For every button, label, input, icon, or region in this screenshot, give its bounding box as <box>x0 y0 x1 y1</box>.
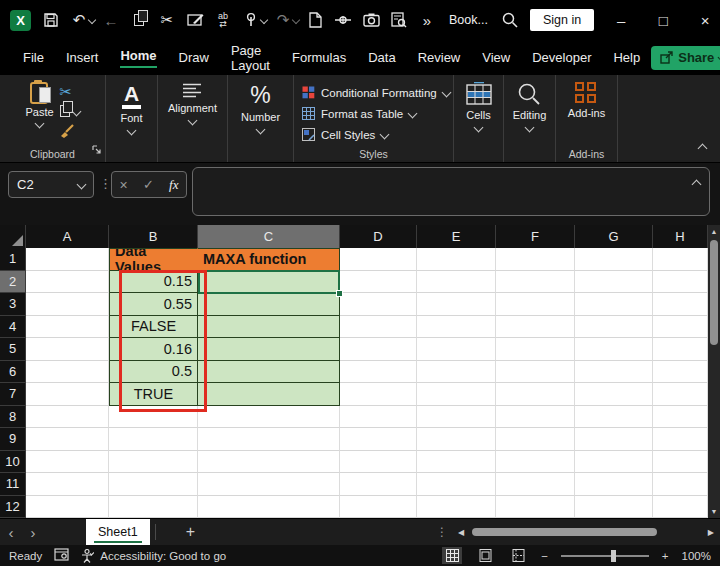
zoom-slider[interactable] <box>561 555 649 557</box>
cell-G3[interactable] <box>575 293 653 316</box>
row-header-2[interactable]: 2 <box>0 271 26 294</box>
cell-D12[interactable] <box>340 496 417 519</box>
addins-button[interactable]: Add-ins <box>568 82 605 119</box>
horizontal-scrollbar-track[interactable] <box>468 527 704 537</box>
cell-E9[interactable] <box>417 428 496 451</box>
cell-D8[interactable] <box>340 406 417 429</box>
row-header-8[interactable]: 8 <box>0 406 26 429</box>
cell-B9[interactable] <box>109 428 198 451</box>
cell-B6[interactable]: 0.5 <box>109 361 198 384</box>
sheet-tab-sheet1[interactable]: Sheet1 <box>86 519 150 545</box>
accessibility-status[interactable]: Accessibility: Good to go <box>81 549 226 563</box>
copy-button[interactable] <box>125 7 153 33</box>
name-box[interactable]: C2 <box>8 171 94 198</box>
paste-button[interactable]: Paste <box>25 82 53 138</box>
cell-E5[interactable] <box>417 338 496 361</box>
cell-A7[interactable] <box>26 383 109 406</box>
cell-B2[interactable]: 0.15 <box>109 271 198 294</box>
cell-B12[interactable] <box>109 496 198 519</box>
lookup-sheet-button[interactable] <box>385 7 413 33</box>
save-button[interactable] <box>37 7 65 33</box>
editing-button[interactable]: Editing <box>513 82 547 131</box>
tab-home[interactable]: Home <box>109 40 167 75</box>
zoom-level[interactable]: 100% <box>682 550 711 562</box>
cell-C10[interactable] <box>198 451 340 474</box>
fill-handle[interactable] <box>336 290 343 297</box>
tab-data[interactable]: Data <box>357 40 406 75</box>
cell-C3[interactable] <box>198 293 340 316</box>
row-header-7[interactable]: 7 <box>0 383 26 406</box>
scroll-right-arrow-icon[interactable]: ▶ <box>708 528 714 537</box>
cell-A5[interactable] <box>26 338 109 361</box>
row-header-1[interactable]: 1 <box>0 248 26 271</box>
back-arrow-button[interactable]: ← <box>97 7 125 33</box>
format-painter-button[interactable] <box>60 122 80 138</box>
column-header-G[interactable]: G <box>575 225 653 248</box>
cell-C9[interactable] <box>198 428 340 451</box>
cell-D7[interactable] <box>340 383 417 406</box>
cell-D1[interactable] <box>340 248 417 271</box>
format-as-table-button[interactable]: Format as Table <box>294 103 453 124</box>
tab-formulas[interactable]: Formulas <box>281 40 357 75</box>
ink-annotation-button[interactable] <box>181 7 209 33</box>
tab-draw[interactable]: Draw <box>168 40 220 75</box>
row-header-10[interactable]: 10 <box>0 451 26 474</box>
column-header-E[interactable]: E <box>417 225 496 248</box>
cell-A2[interactable] <box>26 271 109 294</box>
insert-function-button[interactable]: fx <box>169 177 178 193</box>
cell-styles-button[interactable]: Cell Styles <box>294 124 453 145</box>
cell-B7[interactable]: TRUE <box>109 383 198 406</box>
cell-G9[interactable] <box>575 428 653 451</box>
collapse-ribbon-chevron-icon[interactable] <box>698 144 708 154</box>
cell-B10[interactable] <box>109 451 198 474</box>
cell-G12[interactable] <box>575 496 653 519</box>
macro-record-button[interactable] <box>54 548 69 563</box>
cell-D11[interactable] <box>340 473 417 496</box>
zoom-slider-thumb[interactable] <box>611 550 616 562</box>
enter-button[interactable]: ✓ <box>143 177 154 192</box>
cell-B4[interactable]: FALSE <box>109 316 198 339</box>
cells-button[interactable]: Cells <box>466 82 492 131</box>
cell-G4[interactable] <box>575 316 653 339</box>
cell-H4[interactable] <box>653 316 708 339</box>
page-break-preview-button[interactable] <box>508 547 528 564</box>
scroll-down-arrow-icon[interactable]: ▼ <box>708 508 720 515</box>
cell-H3[interactable] <box>653 293 708 316</box>
cell-F4[interactable] <box>496 316 575 339</box>
cell-B5[interactable]: 0.16 <box>109 338 198 361</box>
cell-F1[interactable] <box>496 248 575 271</box>
vertical-scrollbar-thumb[interactable] <box>710 240 718 345</box>
cell-G8[interactable] <box>575 406 653 429</box>
cell-F8[interactable] <box>496 406 575 429</box>
cell-C5[interactable] <box>198 338 340 361</box>
pen-button[interactable] <box>329 7 357 33</box>
cell-D5[interactable] <box>340 338 417 361</box>
cell-H9[interactable] <box>653 428 708 451</box>
row-header-12[interactable]: 12 <box>0 496 26 519</box>
cell-E7[interactable] <box>417 383 496 406</box>
cell-A4[interactable] <box>26 316 109 339</box>
zoom-in-button[interactable]: + <box>662 550 669 562</box>
collapse-formula-bar-chevron-icon[interactable] <box>692 180 702 190</box>
cell-F12[interactable] <box>496 496 575 519</box>
close-button[interactable]: × <box>684 12 720 29</box>
cut-button[interactable]: ✂ <box>60 84 80 100</box>
cell-D9[interactable] <box>340 428 417 451</box>
cell-F5[interactable] <box>496 338 575 361</box>
cell-C4[interactable] <box>198 316 340 339</box>
cell-H6[interactable] <box>653 361 708 384</box>
cell-H1[interactable] <box>653 248 708 271</box>
cell-A12[interactable] <box>26 496 109 519</box>
cell-D10[interactable] <box>340 451 417 474</box>
cell-F10[interactable] <box>496 451 575 474</box>
cell-B11[interactable] <box>109 473 198 496</box>
cell-A3[interactable] <box>26 293 109 316</box>
search-button[interactable] <box>496 7 524 33</box>
cell-H8[interactable] <box>653 406 708 429</box>
column-header-A[interactable]: A <box>26 225 109 248</box>
cell-C7[interactable] <box>198 383 340 406</box>
cell-F11[interactable] <box>496 473 575 496</box>
cell-D2[interactable] <box>340 271 417 294</box>
column-header-F[interactable]: F <box>496 225 575 248</box>
scroll-up-arrow-icon[interactable]: ▲ <box>708 228 720 235</box>
